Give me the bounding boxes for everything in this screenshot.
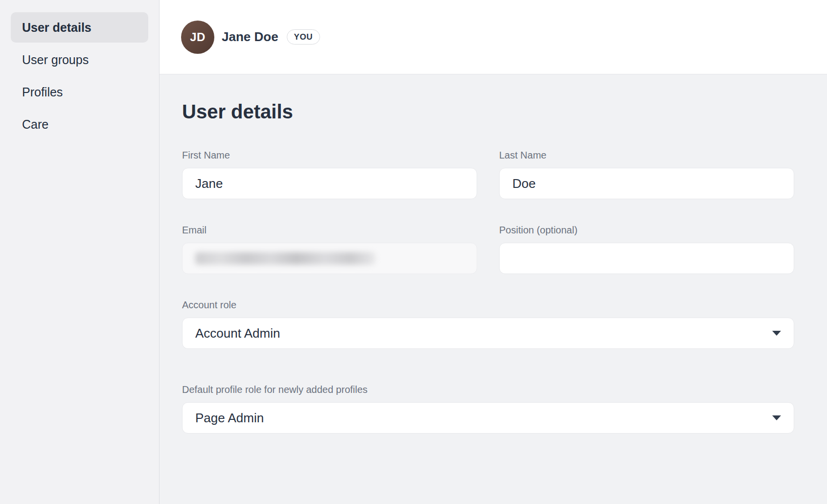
content-pane: JD Jane Doe YOU User details First Name …: [160, 0, 827, 504]
sidebar-item-user-details[interactable]: User details: [11, 12, 148, 43]
email-group: Email: [182, 224, 477, 274]
email-field-redacted: [182, 243, 477, 274]
email-label: Email: [182, 224, 477, 236]
email-position-row: Email Position (optional): [182, 224, 794, 274]
sidebar-item-user-groups[interactable]: User groups: [11, 45, 148, 75]
redacted-email-blur: [195, 252, 375, 265]
avatar-initials: JD: [190, 30, 206, 44]
sidebar-nav: User details User groups Profiles Care: [11, 12, 148, 139]
last-name-label: Last Name: [499, 149, 794, 161]
user-name: Jane Doe: [222, 29, 278, 45]
last-name-group: Last Name: [499, 149, 794, 199]
account-role-select[interactable]: Account Admin: [182, 318, 794, 349]
position-input[interactable]: [499, 243, 794, 274]
sidebar-item-label: Profiles: [22, 85, 63, 99]
default-profile-role-value: Page Admin: [195, 411, 264, 426]
last-name-input[interactable]: [499, 168, 794, 199]
default-profile-role-group: Default profile role for newly added pro…: [182, 384, 794, 434]
position-group: Position (optional): [499, 224, 794, 274]
page-title: User details: [182, 100, 794, 123]
default-profile-role-label: Default profile role for newly added pro…: [182, 384, 794, 395]
sidebar-item-profiles[interactable]: Profiles: [11, 77, 148, 107]
account-role-group: Account role Account Admin: [182, 299, 794, 349]
sidebar-item-label: Care: [22, 117, 48, 132]
sidebar-item-label: User details: [22, 21, 92, 35]
user-details-panel: User details First Name Last Name Email: [160, 74, 827, 504]
sidebar-item-care[interactable]: Care: [11, 109, 148, 139]
first-name-label: First Name: [182, 149, 477, 161]
chevron-down-icon: [772, 415, 781, 420]
name-row: First Name Last Name: [182, 149, 794, 199]
settings-sidebar: User details User groups Profiles Care: [0, 0, 160, 504]
user-details-form: First Name Last Name Email: [182, 149, 794, 434]
first-name-group: First Name: [182, 149, 477, 199]
sidebar-item-label: User groups: [22, 53, 89, 67]
chevron-down-icon: [772, 331, 781, 336]
user-header: JD Jane Doe YOU: [160, 0, 827, 74]
account-role-label: Account role: [182, 299, 794, 311]
first-name-input[interactable]: [182, 168, 477, 199]
position-label: Position (optional): [499, 224, 794, 236]
default-profile-role-select[interactable]: Page Admin: [182, 402, 794, 434]
you-badge: YOU: [287, 29, 320, 45]
account-role-value: Account Admin: [195, 326, 280, 341]
avatar: JD: [181, 21, 214, 54]
app-window: User details User groups Profiles Care J…: [0, 0, 827, 504]
